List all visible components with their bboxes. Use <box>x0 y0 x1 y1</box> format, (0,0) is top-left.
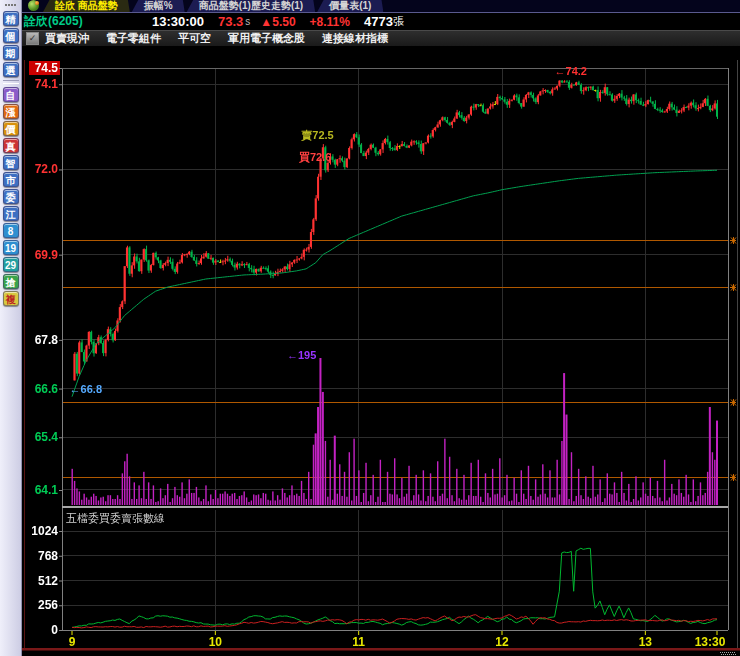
sidebar-item-16[interactable]: 搶 <box>3 274 19 289</box>
sidebar-item-12[interactable]: 江 <box>3 206 19 221</box>
sidebar-item-13[interactable]: 8 <box>3 223 19 238</box>
last-price: 73.3 <box>218 14 243 29</box>
tab-bar: 詮欣 商品盤勢 振幅% 商品盤勢(1)歷史走勢(1) 價量表(1) <box>22 0 740 13</box>
sidebar-item-14[interactable]: 19 <box>3 240 19 255</box>
daytrade-checkbox[interactable]: ✓ <box>26 32 39 45</box>
sidebar-divider <box>3 80 19 84</box>
left-quick-toolbar: 精個期選自漲價真智市委江81929搶複 <box>0 0 22 656</box>
sidebar-item-5[interactable]: 自 <box>3 87 19 102</box>
window-menu-button[interactable] <box>28 0 39 11</box>
trading-app-window: 精個期選自漲價真智市委江81929搶複 詮欣 商品盤勢 振幅% 商品盤勢(1)歷… <box>0 0 740 656</box>
toolbar-button-connector-material[interactable]: 連接線材指標 <box>322 31 388 46</box>
price-change: ▲5.50 <box>260 15 295 29</box>
sidebar-item-10[interactable]: 市 <box>3 172 19 187</box>
sidebar-item-15[interactable]: 29 <box>3 257 19 272</box>
sidebar-item-7[interactable]: 價 <box>3 121 19 136</box>
tab-price-volume-table[interactable]: 價量表(1) <box>317 0 383 12</box>
main-panel: 詮欣 商品盤勢 振幅% 商品盤勢(1)歷史走勢(1) 價量表(1) 詮欣(620… <box>22 0 740 656</box>
tab-product-trend[interactable]: 詮欣 商品盤勢 <box>43 0 130 12</box>
sidebar-item-1[interactable]: 精 <box>3 11 19 26</box>
sidebar-item-4[interactable]: 選 <box>3 62 19 77</box>
symbol-name: 詮欣(6205) <box>24 13 152 30</box>
intraday-chart-canvas[interactable] <box>22 47 740 656</box>
quote-time: 13:30:00 <box>152 14 204 29</box>
price-flag: s <box>245 16 250 27</box>
sidebar-item-9[interactable]: 智 <box>3 155 19 170</box>
sidebar-item-8[interactable]: 真 <box>3 138 19 153</box>
sidebar-item-3[interactable]: 期 <box>3 45 19 60</box>
tab-amplitude[interactable]: 振幅% <box>132 0 185 12</box>
price-change-percent: +8.11% <box>310 15 350 29</box>
category-toolbar: ✓ 買賣現沖 電子零組件 平可空 軍用電子概念股 連接線材指標 <box>22 30 740 47</box>
volume-unit: 張 <box>393 14 404 29</box>
toolbar-button-military-electronics[interactable]: 軍用電子概念股 <box>228 31 305 46</box>
tab-history-trend[interactable]: 商品盤勢(1)歷史走勢(1) <box>187 0 315 12</box>
total-volume: 4773 <box>364 14 393 29</box>
toolbar-button-daytrade[interactable]: 買賣現沖 <box>45 31 89 46</box>
sidebar-item-6[interactable]: 漲 <box>3 104 19 119</box>
sidebar-item-2[interactable]: 個 <box>3 28 19 43</box>
sidebar-grip-handle[interactable] <box>4 2 18 8</box>
quote-info-row: 詮欣(6205) 13:30:00 73.3 s ▲5.50 +8.11% 47… <box>22 13 740 30</box>
toolbar-button-electronic-components[interactable]: 電子零組件 <box>106 31 161 46</box>
toolbar-button-short-allowed[interactable]: 平可空 <box>178 31 211 46</box>
chart-area <box>22 47 740 656</box>
sidebar-item-17[interactable]: 複 <box>3 291 19 306</box>
sidebar-item-11[interactable]: 委 <box>3 189 19 204</box>
